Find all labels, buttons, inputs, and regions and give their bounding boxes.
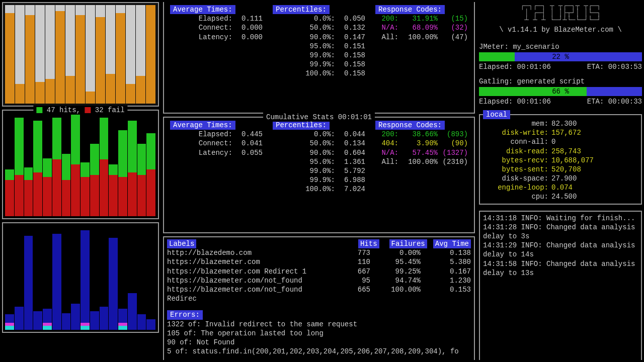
stat-row: Connect:0.041 <box>170 139 263 148</box>
executor-name: JMeter: my_scenario <box>479 42 642 51</box>
labels-panel: Labels Hits Failures Avg Time http://bla… <box>163 236 475 360</box>
stat-row: 90.0%:0.147 <box>273 33 365 42</box>
label-row: http://blazedemo.com7730.00%0.138 <box>167 248 471 257</box>
response-code-row: 200:31.91%(15) <box>375 14 468 23</box>
executor-name: Gatling: generated script <box>479 77 642 86</box>
cumulative-stats-panel: Cumulative Stats 00:01:01 Average Times:… <box>163 117 475 233</box>
chart-3-panel <box>2 222 159 333</box>
stat-row: 50.0%:0.134 <box>273 139 365 148</box>
local-metric: conn-all:0 <box>483 137 638 146</box>
stat-row: Elapsed:0.111 <box>170 14 263 23</box>
progress-text: 22 % <box>479 52 642 61</box>
error-line: 5 of: status.find.in(200,201,202,203,204… <box>167 347 471 356</box>
stat-row: Elapsed:0.445 <box>170 130 263 139</box>
cum-rc-header: Response Codes: <box>375 121 445 130</box>
log-line: 14:31:58 INFO: Changed data analysis del… <box>483 259 638 278</box>
taurus-logo-ascii: ┌─┐┌─┐ ┬ ┬┌─┐┬ ┬┌─┐ │ ┌─┤ │ │├┬┘│ │└─┐ ┴… <box>479 2 642 23</box>
hits-fail-chart-panel: 47 hits, 32 fail <box>2 110 159 219</box>
error-line: 90 of: Not Found <box>167 338 471 347</box>
response-code-row: All:100.00%(2310) <box>375 157 468 166</box>
cumulative-title: Cumulative Stats 00:01:01 <box>263 113 375 122</box>
interval-stats-panel: Average Times: Elapsed:0.111Connect:0.00… <box>163 2 475 114</box>
label-row: https://blazemeter.com11095.45%5.380 <box>167 257 471 266</box>
executor-block: JMeter: my_scenario 22 % Elapsed: 00:01:… <box>479 42 642 71</box>
local-metric: bytes-sent:520,708 <box>483 165 638 174</box>
local-metric: bytes-recv:10,688,077 <box>483 156 638 165</box>
stat-row: 50.0%:0.132 <box>273 23 365 32</box>
avgtime-header: Avg Time <box>433 239 471 248</box>
stat-row: 99.0%:5.792 <box>273 166 365 175</box>
chart-1-bars <box>5 5 156 104</box>
response-code-row: 404:3.90%(90) <box>375 139 468 148</box>
label-row: https://blazemeter.com Redirect 166799.2… <box>167 267 471 276</box>
label-row: https://blazemeter.com/not_found Redirec… <box>167 285 471 303</box>
cum-pct-header: Percentiles: <box>273 121 330 130</box>
chart-1-panel <box>2 2 159 107</box>
avg-times-header: Average Times: <box>170 5 235 14</box>
local-metric: mem:82.300 <box>483 119 638 128</box>
stat-row: 95.0%:0.151 <box>273 42 365 51</box>
byline: \ v1.14.1 by BlazeMeter.com \ <box>479 25 642 34</box>
stat-row: 0.0%:0.044 <box>273 130 365 139</box>
eta-text: ETA: 00:00:33 <box>587 97 642 106</box>
log-line: 14:31:18 INFO: Waiting for finish... <box>483 214 638 223</box>
local-metric: engine-loop:0.074 <box>483 183 638 192</box>
local-metric: disk-space:27.900 <box>483 174 638 183</box>
percentiles-header: Percentiles: <box>273 5 330 14</box>
response-codes-header: Response Codes: <box>375 5 445 14</box>
stat-row: 100.0%:7.024 <box>273 185 365 194</box>
hits-header: Hits <box>358 239 379 248</box>
failures-header: Failures <box>389 239 427 248</box>
label-row: https://blazemeter.com/not_found9594.74%… <box>167 276 471 285</box>
response-code-row: 200:38.66%(893) <box>375 130 468 139</box>
progress-bar: 22 % <box>479 52 642 61</box>
stat-row: 100.0%:0.158 <box>273 69 365 78</box>
error-line: 105 of: The operation lasted too long <box>167 329 471 338</box>
response-code-row: All:100.00%(47) <box>375 33 468 42</box>
local-metric: disk-read:258,743 <box>483 147 638 156</box>
response-code-row: N/A:68.09%(32) <box>375 23 468 32</box>
eta-text: ETA: 00:03:53 <box>587 62 642 71</box>
cum-avg-header: Average Times: <box>170 121 235 130</box>
error-line: 1322 of: Invalid redirect to the same re… <box>167 320 471 329</box>
executor-block: Gatling: generated script 66 % Elapsed: … <box>479 77 642 106</box>
local-title: local <box>483 110 510 119</box>
stat-row: 95.0%:1.361 <box>273 157 365 166</box>
stat-row: Latency:0.000 <box>170 33 263 42</box>
log-panel: 14:31:18 INFO: Waiting for finish...14:3… <box>479 211 642 360</box>
stat-row: 0.0%:0.050 <box>273 14 365 23</box>
errors-header: Errors: <box>167 310 203 319</box>
stat-row: 99.9%:6.988 <box>273 175 365 185</box>
local-metric: disk-write:157,672 <box>483 128 638 137</box>
stat-row: Connect:0.000 <box>170 23 263 32</box>
elapsed-text: Elapsed: 00:01:06 <box>479 97 551 106</box>
stat-row: Latency:0.055 <box>170 148 263 157</box>
stat-row: 99.9%:0.158 <box>273 60 365 69</box>
stat-row: 90.0%:0.604 <box>273 148 365 157</box>
progress-text: 66 % <box>479 87 642 96</box>
progress-bar: 66 % <box>479 87 642 96</box>
stat-row: 99.0%:0.158 <box>273 51 365 60</box>
local-panel: local mem:82.300disk-write:157,672conn-a… <box>479 114 642 205</box>
logo-block: ┌─┐┌─┐ ┬ ┬┌─┐┬ ┬┌─┐ │ ┌─┤ │ │├┬┘│ │└─┐ ┴… <box>479 2 642 34</box>
elapsed-text: Elapsed: 00:01:06 <box>479 62 551 71</box>
log-line: 14:31:28 INFO: Changed data analysis del… <box>483 223 638 241</box>
local-metric: cpu:24.500 <box>483 192 638 201</box>
response-code-row: N/A:57.45%(1327) <box>375 148 468 157</box>
labels-header: Labels <box>167 239 196 248</box>
log-line: 14:31:29 INFO: Changed data analysis del… <box>483 241 638 259</box>
